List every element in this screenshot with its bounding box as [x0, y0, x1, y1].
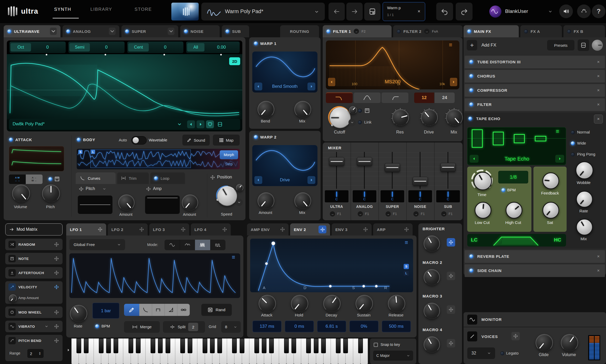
piano-key-black[interactable] [321, 339, 326, 353]
tab-fx-b[interactable]: FX B [563, 25, 605, 37]
nav-tab-library[interactable]: LIBRARY [90, 7, 112, 12]
attack-env-knob[interactable] [259, 295, 276, 312]
release-value[interactable]: 500 ms [382, 321, 411, 332]
fx-led[interactable] [469, 74, 473, 78]
move-icon[interactable] [54, 338, 59, 343]
fx-row-filter[interactable]: FILTER × [465, 98, 605, 111]
tab-lfo1[interactable]: LFO 1 [66, 223, 106, 235]
chevron-down-icon[interactable] [45, 325, 48, 328]
filter-menu-icon[interactable]: ≡ [449, 42, 452, 48]
warp2-prev-button[interactable] [254, 176, 262, 184]
piano-key-black[interactable] [358, 339, 363, 353]
step-button[interactable]: Step [220, 160, 238, 168]
remove-fx-icon[interactable]: × [597, 59, 600, 65]
tab-filter2[interactable]: FILTER 2 → FxA [393, 25, 463, 37]
mode-wide[interactable]: Wide [577, 141, 586, 145]
move-icon[interactable] [54, 270, 59, 275]
map-button[interactable]: Map [213, 135, 240, 146]
tape-echo-led[interactable] [468, 117, 472, 121]
warp1-mode[interactable]: Bend Smooth [263, 84, 307, 89]
move-icon[interactable] [363, 227, 368, 232]
keyboard-scroll-left-icon[interactable] [66, 348, 70, 352]
chevron-down-icon[interactable] [109, 28, 116, 35]
warp2-mix-knob[interactable] [294, 192, 311, 209]
2d-badge[interactable]: 2D [229, 57, 240, 65]
snap-label[interactable]: Snap to key [381, 342, 400, 347]
macro2-move-handle[interactable] [447, 272, 455, 280]
fx-a-led[interactable] [524, 29, 528, 33]
move-icon[interactable] [54, 310, 59, 315]
tab-env3[interactable]: ENV 3 [332, 223, 372, 235]
slider-handle[interactable] [357, 157, 372, 166]
channel-route-icon[interactable]: → [358, 211, 363, 217]
move-icon[interactable] [54, 324, 59, 329]
release-knob[interactable] [388, 295, 405, 312]
move-icon[interactable] [280, 227, 285, 232]
legato-led[interactable] [500, 351, 504, 355]
attack-pitch-knob[interactable] [42, 184, 60, 202]
mode-normal[interactable]: Normal [577, 130, 590, 134]
draw-pencil-button[interactable] [124, 304, 139, 316]
filter-next-button[interactable] [450, 78, 457, 86]
slope-24-button[interactable]: 24 [435, 93, 455, 103]
piano-key-black[interactable] [343, 339, 348, 353]
remove-fx-icon[interactable]: × [597, 268, 600, 273]
tab-amp-env[interactable]: AMP ENV [247, 223, 289, 235]
piano-key-black[interactable] [254, 339, 259, 353]
cutoff-mod-knob[interactable] [349, 106, 357, 114]
volume-slider[interactable] [357, 152, 372, 189]
glide-knob[interactable] [536, 334, 553, 351]
attack-mode-seq-button[interactable]: A →W → [26, 175, 43, 184]
range-stepper[interactable]: 2 ▲▼ [27, 349, 44, 358]
audio-output-button[interactable] [559, 4, 573, 18]
param-semi[interactable]: Semi 0 [68, 42, 125, 53]
keytrack-led[interactable] [358, 109, 362, 113]
attack-env-value[interactable]: 137 ms [253, 321, 281, 332]
draw-link-button[interactable] [177, 304, 190, 316]
mod-item-velocity[interactable]: VELOCITY Amp Amount [5, 281, 63, 304]
filter-type-bandpass[interactable] [354, 93, 381, 103]
res-knob[interactable] [392, 109, 409, 126]
move-icon[interactable] [54, 242, 59, 247]
param-cent[interactable]: Cent 0 [127, 42, 183, 53]
fx-led[interactable] [469, 269, 473, 273]
oscillator-waveform[interactable] [7, 54, 242, 119]
piano-key-black[interactable] [158, 339, 163, 353]
tab-arp[interactable]: ARP [373, 223, 413, 235]
attack-led[interactable] [9, 138, 13, 142]
scale-dropdown[interactable]: C Major [373, 351, 413, 361]
filter-prev-button[interactable] [328, 78, 335, 86]
fx-b-led[interactable] [567, 29, 571, 33]
mod-item-pitch-bend[interactable]: PITCH BEND Range 2 ▲▼ [5, 335, 63, 361]
voices-move-handle[interactable] [511, 332, 520, 340]
piano-key-black[interactable] [76, 339, 81, 353]
volume-slider[interactable] [385, 152, 400, 189]
speed-chevron-button[interactable] [235, 199, 243, 206]
tab-lfo4[interactable]: LFO 4 [191, 223, 231, 235]
channel-route-icon[interactable]: → [441, 211, 446, 217]
shape-pulse-button[interactable] [210, 240, 225, 250]
feedback-knob[interactable] [542, 172, 559, 189]
fx-row-side-chain[interactable]: SIDE CHAIN × [465, 264, 605, 277]
close-icon[interactable]: × [418, 9, 420, 14]
piano-key-black[interactable] [232, 339, 237, 353]
save-wave-icon[interactable] [216, 120, 224, 128]
mode-normal-led[interactable] [571, 130, 575, 134]
favorite-heart-icon[interactable] [206, 120, 214, 128]
channel-route-icon[interactable]: → [330, 211, 335, 217]
lfo-rate-mode-dropdown[interactable]: Global Free [69, 239, 125, 250]
marker-l[interactable]: L [91, 150, 95, 154]
tab-super[interactable]: SUPER [121, 25, 178, 37]
pitch-curve-display[interactable] [78, 196, 112, 214]
warp1-display[interactable]: Bend Smooth [252, 52, 317, 93]
lfo-menu-icon[interactable]: ≡ [232, 254, 235, 260]
param-value[interactable]: 0 [164, 45, 166, 50]
next-wave-button[interactable] [197, 120, 204, 128]
fx-mix-knob[interactable] [592, 40, 603, 51]
draw-square-button[interactable] [152, 304, 165, 316]
filter1-route-icon[interactable]: → [354, 29, 359, 34]
shape-random-button[interactable] [180, 240, 195, 250]
tab-sub[interactable]: SUB [222, 25, 249, 37]
piano-key-black[interactable] [106, 339, 111, 353]
move-icon[interactable] [139, 227, 144, 232]
